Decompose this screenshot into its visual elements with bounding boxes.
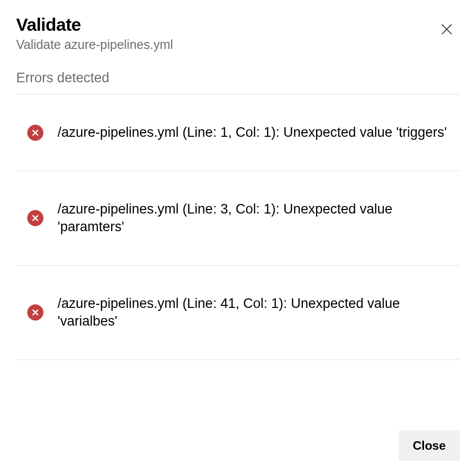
error-message: /azure-pipelines.yml (Line: 3, Col: 1): … (58, 200, 449, 236)
error-circle-icon (27, 304, 43, 321)
dialog-header: Validate Validate azure-pipelines.yml (16, 14, 460, 52)
error-message: /azure-pipelines.yml (Line: 1, Col: 1): … (58, 124, 447, 141)
close-button[interactable]: Close (399, 431, 460, 461)
close-icon[interactable] (440, 22, 454, 36)
header-text: Validate Validate azure-pipelines.yml (16, 14, 173, 52)
error-list: /azure-pipelines.yml (Line: 1, Col: 1): … (16, 94, 460, 360)
error-item: /azure-pipelines.yml (Line: 3, Col: 1): … (16, 171, 460, 266)
dialog-footer: Close (399, 431, 460, 461)
status-label: Errors detected (16, 70, 460, 94)
page-title: Validate (16, 14, 173, 35)
error-item: /azure-pipelines.yml (Line: 1, Col: 1): … (16, 94, 460, 171)
page-subtitle: Validate azure-pipelines.yml (16, 37, 173, 52)
error-item: /azure-pipelines.yml (Line: 41, Col: 1):… (16, 266, 460, 360)
error-message: /azure-pipelines.yml (Line: 41, Col: 1):… (58, 295, 449, 330)
error-circle-icon (27, 125, 43, 141)
error-circle-icon (27, 210, 43, 226)
